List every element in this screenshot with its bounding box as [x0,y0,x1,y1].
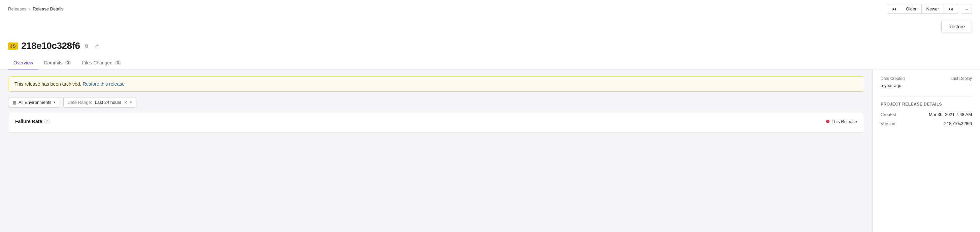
table-row: Version218e10c328f6 [881,119,972,128]
js-badge: JS [8,43,18,50]
date-created-label: Date Created [881,76,905,81]
breadcrumb: Releases > Release Details [8,6,63,11]
archive-banner-text: This release has been archived. [14,81,81,86]
table-row: CreatedMar 30, 2021 7:48 AM [881,110,972,119]
restore-area: Restore [0,18,980,35]
table-cell-label: Version [881,119,926,128]
clear-date-range-icon[interactable]: ✕ [123,100,128,105]
tab-overview[interactable]: Overview [8,57,38,69]
tab-commits[interactable]: Commits 0 [38,57,76,69]
legend-label: This Release [832,119,857,124]
chevron-down-icon: ▾ [54,100,56,104]
date-created-value: a year ago [881,83,901,88]
left-panel: This release has been archived. Restore … [0,69,872,232]
failure-rate-title: Failure Rate [15,119,42,124]
nav-more-button[interactable]: ··· [961,4,972,14]
restore-button[interactable]: Restore [941,21,972,32]
help-icon[interactable]: ? [44,119,49,124]
divider [881,96,972,96]
tab-files-changed[interactable]: Files Changed 0 [77,57,127,69]
release-hash: 218e10c328f6 [21,40,80,51]
date-range-label: Date Range: [68,100,92,105]
nav-newer-button[interactable]: Newer [921,4,944,14]
tabs-bar: Overview Commits 0 Files Changed 0 [0,57,980,69]
calendar-icon: ▦ [13,100,16,105]
this-release-legend: This Release [826,119,857,124]
restore-this-release-link[interactable]: Restore this release [83,81,125,86]
copy-icon[interactable]: ⧉ [84,43,89,50]
failure-rate-title-group: Failure Rate ? [15,119,49,124]
date-values-row: a year ago — [881,83,972,88]
last-deploy-label: Last Deploy [951,76,972,81]
project-release-section: Project Release Details CreatedMar 30, 2… [881,102,972,128]
environments-filter[interactable]: ▦ All Environments ▾ [8,97,60,107]
tab-commits-badge: 0 [65,60,72,65]
date-range-value: Last 24 hours [95,100,122,105]
right-panel: Date Created Last Deploy a year ago — Pr… [872,69,980,232]
project-release-title: Project Release Details [881,102,972,107]
nav-actions: ⏮ Older Newer ⏭ ··· [887,4,972,14]
nav-first-button[interactable]: ⏮ [887,4,901,14]
top-bar: Releases > Release Details ⏮ Older Newer… [0,0,980,18]
header-section: JS 218e10c328f6 ⧉ ↗ [0,35,980,57]
release-title-row: JS 218e10c328f6 ⧉ ↗ [8,40,972,51]
last-deploy-value: — [967,83,972,88]
date-chevron-down-icon: ▾ [130,100,132,104]
main-content: This release has been archived. Restore … [0,69,980,232]
date-created-row: Date Created Last Deploy [881,76,972,81]
table-cell-value: Mar 30, 2021 7:48 AM [926,110,972,119]
environments-label: All Environments [19,100,51,105]
nav-older-button[interactable]: Older [901,4,921,14]
legend-dot [826,120,829,123]
external-link-icon[interactable]: ↗ [93,43,100,49]
nav-last-button[interactable]: ⏭ [943,4,958,14]
tab-files-changed-badge: 0 [115,60,121,65]
breadcrumb-current: Release Details [33,6,63,11]
date-range-filter[interactable]: Date Range: Last 24 hours ✕ ▾ [63,97,137,107]
date-section: Date Created Last Deploy a year ago — [881,76,972,88]
breadcrumb-parent[interactable]: Releases [8,6,26,11]
project-release-table: CreatedMar 30, 2021 7:48 AMVersion218e10… [881,110,972,128]
failure-rate-card: Failure Rate ? This Release [8,113,864,133]
failure-rate-header: Failure Rate ? This Release [15,119,857,124]
table-cell-label: Created [881,110,926,119]
table-cell-value: 218e10c328f6 [926,119,972,128]
archive-banner: This release has been archived. Restore … [8,76,864,92]
filter-row: ▦ All Environments ▾ Date Range: Last 24… [8,97,864,107]
breadcrumb-separator: > [28,7,31,11]
